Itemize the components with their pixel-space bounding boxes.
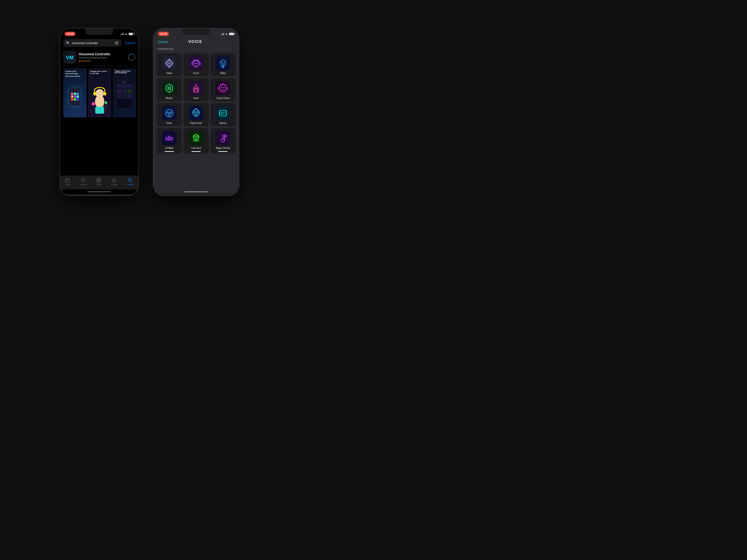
voice-header: Cancel VOICE [153, 37, 239, 46]
svg-rect-5 [95, 107, 104, 114]
voice-item-crazy-clown[interactable]: Crazy Clown [211, 78, 235, 101]
voice-item-cave[interactable]: Cave [183, 78, 208, 101]
voice-row-1: Clean [157, 53, 235, 76]
search-cancel-button[interactable]: Cancel [123, 41, 135, 45]
active-indicator-lil-mod [164, 151, 174, 152]
svg-point-29 [221, 62, 223, 63]
search-bar[interactable]: 🔍 voicemod controller ✕ [63, 39, 121, 47]
voice-cancel-button[interactable]: Cancel [158, 40, 168, 44]
status-bar-2: 12:23 ▲ [153, 28, 239, 37]
screenshot-3-title: Trigger sounds fromthe soundboard [114, 70, 134, 74]
nav-apps[interactable]: Apps [96, 178, 101, 186]
echo-icon [164, 108, 174, 118]
voice-grid[interactable]: Clean [153, 52, 239, 189]
game-over-label: Game Over [190, 122, 202, 124]
voice-item-lil-mod[interactable]: Lil?Mod [157, 128, 182, 154]
status-icons-2: ▲ [221, 32, 234, 35]
svg-rect-13 [97, 178, 99, 180]
magic-chords-icon-container [216, 131, 230, 145]
arcade-icon [111, 178, 117, 183]
svg-point-30 [224, 62, 225, 63]
game-over-icon [191, 108, 201, 118]
svg-point-49 [168, 112, 168, 113]
svg-point-40 [196, 88, 197, 90]
svg-rect-11 [66, 180, 67, 181]
app-rating: ★★★★★ 6 [79, 60, 125, 62]
svg-point-27 [197, 62, 198, 64]
search-input[interactable]: voicemod controller [72, 41, 113, 45]
lil-mod-icon [164, 133, 174, 143]
voice-item-echo[interactable]: Echo [157, 103, 182, 126]
cave-label: Cave [193, 97, 199, 99]
battery-icon [129, 33, 134, 35]
svg-rect-10 [66, 179, 70, 180]
svg-point-54 [196, 108, 197, 109]
nav-games[interactable]: Games [80, 178, 86, 186]
lost-soul-icon-container [189, 131, 203, 145]
nav-arcade[interactable]: Arcade [111, 178, 118, 186]
person-illustration [91, 85, 108, 115]
voice-item-genius[interactable]: Genius [211, 103, 235, 126]
voice-item-clean[interactable]: Clean [157, 53, 182, 76]
svg-text:VM: VM [66, 55, 74, 60]
search-clear-button[interactable]: ✕ [114, 41, 118, 45]
svg-point-6 [92, 102, 95, 106]
lost-soul-label: Lost Soul [191, 147, 201, 149]
voice-item-baby[interactable]: Baby [211, 53, 235, 76]
voice-item-game-over[interactable]: Game Over [183, 103, 208, 126]
baby-label: Baby [221, 72, 226, 75]
voice-item-ai-dj[interactable]: AI DJ [183, 53, 208, 76]
svg-line-19 [131, 181, 132, 182]
baby-icon-container [216, 56, 230, 71]
game-over-icon-container [189, 106, 203, 121]
genius-icon-container [216, 106, 230, 121]
search-container: 🔍 voicemod controller ✕ Cancel [60, 37, 138, 49]
status-bar-1: 12:29 ▲ [60, 28, 138, 37]
favorites-divider [177, 49, 235, 49]
svg-rect-3 [93, 92, 96, 96]
svg-point-50 [170, 112, 171, 113]
nav-today[interactable]: Today [65, 178, 70, 186]
signal-icon [121, 33, 124, 35]
today-icon [65, 178, 70, 183]
download-button[interactable] [128, 54, 135, 61]
voice-item-blocks[interactable]: Blocks [157, 78, 182, 101]
svg-point-7 [105, 101, 107, 104]
screenshot-3: Trigger sounds fromthe soundboard SOUND [113, 69, 136, 117]
phone-1-screen: 🔍 voicemod controller ✕ Cancel VM Voicem… [60, 37, 138, 194]
lost-soul-icon [191, 133, 201, 143]
time-badge-2: 12:23 [158, 32, 169, 36]
blocks-icon-container [162, 81, 177, 96]
screenshot-1-title: Control yourVoicemod Appfrom your phone [65, 70, 85, 77]
voice-item-magic-chords[interactable]: Magic Chords [211, 128, 235, 154]
ai-dj-icon-container [189, 56, 203, 71]
time-badge-1: 12:29 [65, 32, 75, 36]
nav-search[interactable]: Search [127, 178, 134, 186]
nav-games-label: Games [80, 183, 86, 186]
voice-item-lost-soul[interactable]: Lost Soul [183, 128, 208, 154]
svg-point-2 [96, 89, 104, 98]
nav-apps-label: Apps [96, 183, 101, 186]
svg-point-57 [194, 112, 195, 113]
crazy-clown-icon [218, 83, 228, 93]
active-indicator-magic-chords [218, 151, 228, 152]
svg-point-18 [128, 179, 131, 181]
voice-row-2: Blocks [157, 78, 235, 101]
clean-icon [164, 58, 174, 69]
screenshots-container: Control yourVoicemod Appfrom your phone [60, 69, 138, 117]
app-subtitle: Voicemod Desktop Pads [79, 56, 125, 59]
genius-icon [218, 108, 228, 118]
vm-logo-svg: VM [65, 54, 74, 61]
empty-space [60, 117, 138, 176]
search-result-item[interactable]: VM Voicemod Controller Voicemod Desktop … [60, 49, 138, 66]
bottom-nav: Today Games Apps [60, 176, 138, 189]
ai-dj-icon [191, 58, 201, 69]
home-indicator-2 [153, 189, 239, 194]
search-icon: 🔍 [66, 41, 70, 45]
nav-search-label: Search [127, 183, 134, 186]
active-indicator-lost-soul [191, 151, 201, 152]
cave-icon-container [189, 81, 203, 96]
signal-icon-2 [221, 33, 224, 35]
phone-2-screen: Cancel VOICE FAVORITES [153, 37, 239, 194]
favorites-label: FAVORITES [158, 48, 174, 50]
